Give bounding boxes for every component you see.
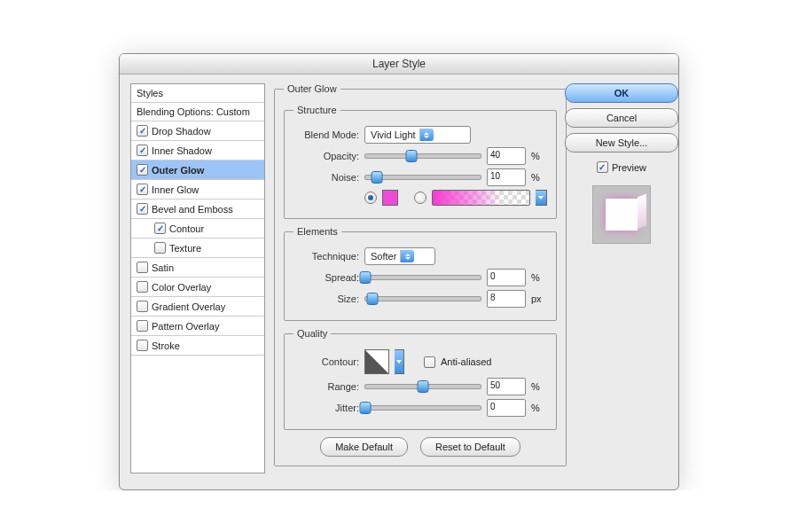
chevron-down-icon[interactable] [536, 190, 547, 206]
outer-glow-fieldset: Outer Glow Structure Blend Mode: Vivid L… [274, 83, 567, 466]
sidebar-item-outer-glow[interactable]: Outer Glow [131, 160, 264, 180]
effect-panel: Outer Glow Structure Blend Mode: Vivid L… [274, 83, 567, 473]
color-swatch[interactable] [382, 190, 398, 206]
sidebar-item-label: Stroke [152, 340, 180, 351]
sidebar-item-pattern-overlay[interactable]: Pattern Overlay [131, 317, 264, 336]
preview-cube-icon [606, 199, 638, 231]
blend-mode-value: Vivid Light [371, 129, 416, 140]
sidebar-item-stroke[interactable]: Stroke [131, 336, 264, 356]
checkbox-color-overlay[interactable] [137, 281, 148, 293]
elements-legend: Elements [293, 226, 341, 237]
size-slider-thumb[interactable] [366, 293, 378, 305]
sidebar-item-inner-glow[interactable]: Inner Glow [131, 180, 264, 200]
spread-label: Spread: [293, 272, 359, 283]
spread-slider-thumb[interactable] [360, 271, 372, 284]
percent-unit: % [531, 381, 547, 392]
px-unit: px [531, 293, 547, 304]
preview-label: Preview [612, 162, 646, 173]
jitter-value[interactable]: 0 [487, 399, 526, 417]
checkbox-contour[interactable] [154, 223, 166, 234]
sidebar-item-label: Pattern Overlay [152, 321, 219, 332]
sidebar-item-label: Bevel and Emboss [152, 204, 233, 215]
sidebar-item-bevel-emboss[interactable]: Bevel and Emboss [131, 200, 264, 219]
sidebar-header[interactable]: Styles [131, 84, 264, 103]
sidebar-item-gradient-overlay[interactable]: Gradient Overlay [131, 297, 264, 317]
sidebar-item-satin[interactable]: Satin [131, 258, 264, 278]
checkbox-texture[interactable] [154, 242, 166, 254]
sidebar-item-label: Satin [152, 262, 174, 273]
sidebar-item-label: Inner Glow [152, 184, 199, 195]
jitter-slider-thumb[interactable] [360, 402, 372, 414]
anti-aliased-label: Anti-aliased [441, 356, 491, 367]
checkbox-inner-glow[interactable] [137, 184, 148, 195]
opacity-slider-thumb[interactable] [406, 150, 418, 162]
dialog-right-column: OK Cancel New Style... Preview [575, 83, 668, 473]
new-style-button[interactable]: New Style... [565, 133, 678, 153]
sidebar-item-label: Gradient Overlay [152, 301, 225, 312]
color-radio[interactable] [364, 192, 377, 204]
noise-slider[interactable] [364, 175, 481, 180]
percent-unit: % [531, 151, 547, 161]
chevron-up-down-icon [400, 250, 414, 262]
checkbox-stroke[interactable] [137, 340, 148, 351]
sidebar-item-label: Contour [169, 223, 204, 234]
blend-mode-select[interactable]: Vivid Light [364, 126, 471, 144]
anti-aliased-checkbox[interactable] [424, 356, 435, 368]
reset-default-button[interactable]: Reset to Default [420, 437, 520, 457]
opacity-label: Opacity: [293, 151, 359, 161]
opacity-value[interactable]: 40 [487, 147, 526, 165]
contour-label: Contour: [293, 356, 359, 367]
jitter-label: Jitter: [293, 403, 359, 413]
checkbox-drop-shadow[interactable] [137, 125, 148, 137]
size-slider[interactable] [364, 296, 481, 301]
preview-checkbox[interactable] [597, 161, 608, 173]
window-title: Layer Style [120, 54, 678, 74]
spread-slider[interactable] [364, 275, 481, 280]
size-value[interactable]: 8 [487, 290, 526, 308]
checkbox-outer-glow[interactable] [137, 164, 148, 176]
checkbox-inner-shadow[interactable] [137, 145, 148, 156]
range-slider-thumb[interactable] [418, 380, 429, 393]
quality-fieldset: Quality Contour: Anti-aliased Range: [284, 328, 557, 430]
gradient-radio[interactable] [414, 192, 426, 204]
sidebar-item-label: Drop Shadow [152, 126, 211, 137]
checkbox-satin[interactable] [137, 262, 148, 273]
gradient-picker[interactable] [432, 190, 530, 206]
sidebar-item-contour[interactable]: Contour [131, 219, 264, 239]
opacity-slider[interactable] [364, 153, 481, 159]
technique-label: Technique: [293, 251, 359, 262]
sidebar-item-drop-shadow[interactable]: Drop Shadow [131, 121, 264, 141]
technique-value: Softer [371, 251, 396, 262]
checkbox-bevel-emboss[interactable] [137, 203, 148, 215]
range-value[interactable]: 50 [487, 378, 526, 395]
ok-button[interactable]: OK [565, 83, 678, 103]
checkbox-gradient-overlay[interactable] [137, 301, 148, 312]
panel-title: Outer Glow [284, 83, 340, 94]
technique-select[interactable]: Softer [364, 247, 435, 265]
sidebar-item-label: Color Overlay [152, 282, 211, 293]
noise-slider-thumb[interactable] [372, 171, 383, 184]
quality-legend: Quality [293, 328, 331, 339]
make-default-button[interactable]: Make Default [320, 437, 408, 457]
jitter-slider[interactable] [364, 405, 481, 411]
styles-sidebar: Styles Blending Options: Custom Drop Sha… [130, 83, 265, 473]
noise-value[interactable]: 10 [487, 168, 526, 186]
noise-label: Noise: [293, 172, 359, 183]
blend-mode-label: Blend Mode: [293, 129, 359, 140]
checkbox-pattern-overlay[interactable] [137, 320, 148, 332]
cancel-button[interactable]: Cancel [565, 108, 678, 128]
structure-fieldset: Structure Blend Mode: Vivid Light Opacit… [284, 105, 557, 219]
sidebar-item-inner-shadow[interactable]: Inner Shadow [131, 141, 264, 160]
spread-value[interactable]: 0 [487, 269, 526, 286]
sidebar-item-texture[interactable]: Texture [131, 239, 264, 258]
sidebar-item-label: Outer Glow [152, 165, 204, 176]
sidebar-item-color-overlay[interactable]: Color Overlay [131, 278, 264, 297]
size-label: Size: [293, 293, 359, 304]
contour-picker[interactable] [364, 349, 389, 374]
sidebar-blending-options[interactable]: Blending Options: Custom [131, 103, 264, 121]
percent-unit: % [531, 172, 547, 183]
chevron-up-down-icon [419, 129, 434, 141]
range-slider[interactable] [364, 384, 481, 389]
chevron-down-icon[interactable] [395, 349, 404, 374]
preview-thumbnail [592, 185, 651, 244]
